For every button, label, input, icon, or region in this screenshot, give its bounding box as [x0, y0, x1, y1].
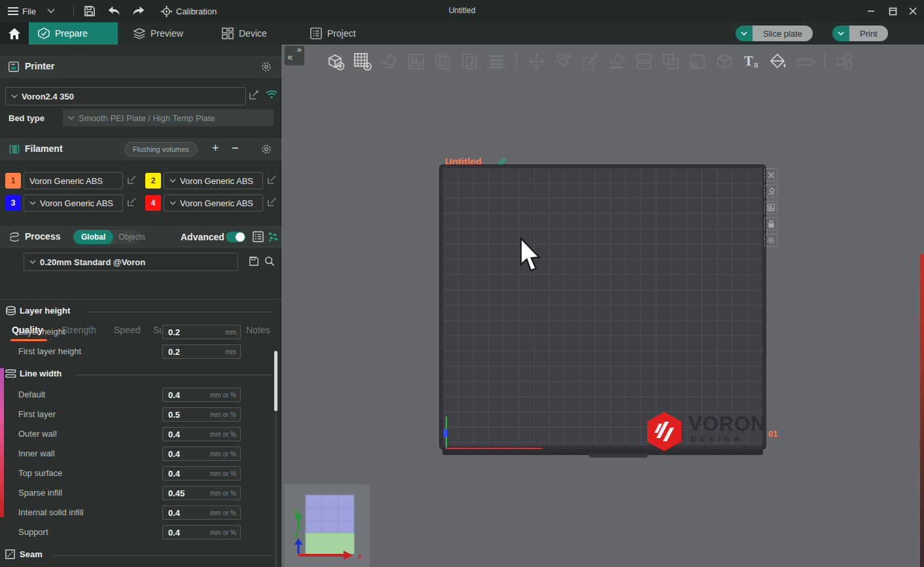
fill-color-icon[interactable] — [688, 52, 707, 71]
slice-plate-button[interactable]: Slice plate — [736, 26, 813, 41]
print-button[interactable]: Print — [832, 26, 888, 41]
process-parameters-icon[interactable] — [268, 231, 279, 242]
setting-label: Internal solid infill — [18, 507, 84, 517]
add-object-icon[interactable] — [326, 52, 346, 71]
filament-4-edit-icon[interactable] — [267, 197, 277, 207]
split-to-objects-icon[interactable] — [634, 52, 654, 71]
filament-1-swatch[interactable]: 1 — [5, 173, 21, 189]
thumb-axis-x-label: x — [358, 552, 363, 560]
scope-objects[interactable]: Objects — [113, 232, 151, 242]
filament-4-select[interactable]: Voron Generic ABS — [164, 194, 263, 211]
collapse-sidebar-button[interactable]: » « — [285, 46, 304, 65]
plate-arrange-button[interactable] — [764, 201, 777, 214]
plate-thumbnail[interactable]: y Z x — [285, 485, 370, 567]
line-width-internal-solid-infill-input[interactable]: 0.4mm or % — [162, 505, 241, 520]
scope-global[interactable]: Global — [73, 230, 113, 244]
process-preset-select[interactable]: 0.20mm Standard @Voron — [24, 253, 238, 271]
sidebar-scrollbar-thumb[interactable] — [274, 351, 277, 411]
rotate-icon[interactable] — [554, 52, 573, 71]
filament-3-select[interactable]: Voron Generic ABS — [24, 194, 123, 211]
filament-settings-gear-icon[interactable] — [260, 143, 272, 155]
plate-logo: VORON DESIGN — [645, 411, 766, 449]
process-list-icon[interactable] — [253, 231, 264, 242]
minimize-button[interactable] — [861, 0, 881, 22]
filament-2-select[interactable]: Voron Generic ABS — [164, 172, 263, 189]
setting-label: First layer — [18, 409, 56, 419]
titlebar: File Calibration Untitled — [0, 0, 924, 22]
printer-section-title: Printer — [25, 61, 54, 71]
setting-unit: mm or % — [210, 470, 236, 477]
line-width-first-layer-input[interactable]: 0.5mm or % — [162, 407, 241, 422]
plate-settings-button[interactable] — [764, 234, 777, 247]
split-to-parts-icon[interactable] — [661, 52, 681, 71]
printer-edit-icon[interactable] — [249, 90, 259, 100]
filament-section-title: Filament — [25, 143, 63, 154]
close-button[interactable] — [903, 0, 923, 22]
filament-1-edit-icon[interactable] — [127, 175, 137, 185]
setting-row: First layer height 0.2mm — [0, 344, 281, 359]
slice-options-chevron-icon[interactable] — [736, 26, 753, 41]
filament-4-swatch[interactable]: 4 — [145, 195, 161, 211]
svg-text:P: P — [469, 60, 474, 67]
build-plate[interactable] — [440, 165, 766, 449]
setting-row: First layer 0.5mm or % — [0, 407, 281, 422]
text-tool-icon[interactable]: Ta — [741, 52, 761, 71]
bed-type-select[interactable]: Smooth PEI Plate / High Temp Plate — [63, 109, 274, 126]
tab-preview[interactable]: Preview — [124, 22, 202, 45]
tab-project[interactable]: Project — [301, 22, 377, 45]
filament-1-select[interactable]: Voron Generic ABS — [24, 172, 123, 189]
line-width-support-input[interactable]: 0.4mm or % — [162, 525, 241, 540]
scale-icon[interactable] — [580, 52, 600, 71]
process-scope-toggle[interactable]: Global Objects — [73, 230, 140, 244]
printer-preset-select[interactable]: Voron2.4 350 — [5, 87, 246, 105]
setting-label: First layer height — [18, 346, 81, 356]
filament-2-edit-icon[interactable] — [267, 175, 277, 185]
add-filament-button[interactable]: + — [212, 141, 219, 155]
plate-delete-button[interactable] — [764, 168, 777, 181]
setting-label: Support — [18, 527, 48, 537]
logo-title: VORON — [688, 412, 766, 436]
advanced-toggle[interactable] — [226, 232, 245, 242]
layer-height-input[interactable]: 0.2mm — [162, 325, 241, 339]
auto-orient-icon[interactable] — [380, 52, 399, 71]
mesh-boolean-icon[interactable] — [715, 52, 734, 71]
tab-prepare[interactable]: Prepare — [29, 22, 118, 45]
filament-2-swatch[interactable]: 2 — [145, 173, 161, 189]
printer-connection-wifi-icon[interactable] — [266, 90, 277, 99]
plate-orient-button[interactable] — [764, 185, 777, 198]
maximize-button[interactable] — [883, 0, 902, 22]
move-icon[interactable] — [527, 52, 546, 71]
line-width-default-input[interactable]: 0.4mm or % — [162, 388, 241, 402]
color-painting-icon[interactable] — [768, 52, 788, 71]
filament-3-edit-icon[interactable] — [127, 197, 137, 207]
variable-layer-height-icon[interactable] — [487, 52, 506, 71]
setting-label: Top surface — [18, 468, 62, 478]
assembly-view-icon[interactable] — [835, 52, 855, 71]
printer-settings-gear-icon[interactable] — [260, 61, 272, 73]
print-options-chevron-icon[interactable] — [832, 26, 849, 41]
add-plate-icon[interactable] — [353, 52, 372, 71]
filament-4-name: Voron Generic ABS — [180, 198, 253, 208]
copy-icon[interactable]: O — [433, 52, 453, 71]
line-width-sparse-infill-input[interactable]: 0.45mm or % — [162, 486, 241, 500]
plate-lock-button[interactable] — [764, 217, 777, 230]
tab-device[interactable]: Device — [213, 22, 286, 45]
paste-icon[interactable]: P — [460, 52, 480, 71]
process-save-icon[interactable] — [249, 256, 259, 266]
process-search-icon[interactable] — [264, 256, 275, 266]
home-button[interactable] — [0, 22, 29, 45]
chevron-down-icon — [29, 260, 36, 265]
lay-on-face-icon[interactable] — [607, 52, 627, 71]
arrange-icon[interactable] — [406, 52, 426, 71]
filament-3-swatch[interactable]: 3 — [5, 195, 21, 211]
first-layer-height-input[interactable]: 0.2mm — [162, 344, 241, 359]
flushing-volumes-button[interactable]: Flushing volumes — [124, 142, 198, 156]
chevron-down-icon — [11, 94, 18, 99]
sidebar-scrollbar-track[interactable] — [275, 412, 277, 567]
measure-icon[interactable] — [795, 52, 815, 71]
line-width-outer-wall-input[interactable]: 0.4mm or % — [162, 427, 241, 441]
setting-row: Layer height 0.2mm — [0, 325, 281, 339]
line-width-inner-wall-input[interactable]: 0.4mm or % — [162, 447, 241, 461]
line-width-top-surface-input[interactable]: 0.4mm or % — [162, 466, 241, 481]
remove-filament-button[interactable]: − — [232, 141, 239, 155]
